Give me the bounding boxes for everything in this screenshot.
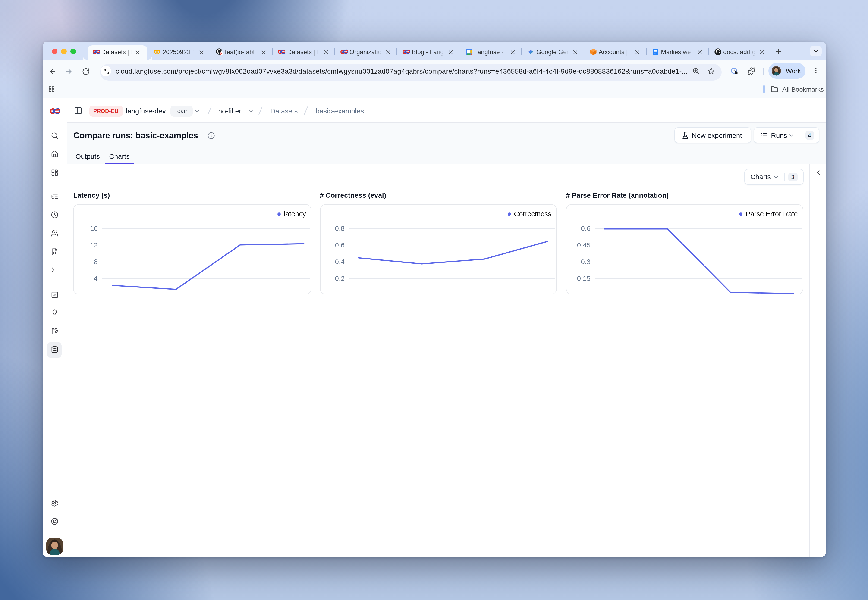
svg-text:0.6: 0.6 [335,241,344,248]
svg-text:4: 4 [94,274,98,282]
svg-text:0.8: 0.8 [335,224,344,232]
svg-text:0.2: 0.2 [335,274,344,282]
svg-text:0.15: 0.15 [577,274,590,282]
svg-text:12: 12 [90,241,98,248]
svg-text:0.6: 0.6 [581,224,590,232]
svg-text:6: 6 [467,50,469,54]
svg-text:0.4: 0.4 [335,258,344,265]
svg-text:0.45: 0.45 [577,241,590,248]
svg-text:16: 16 [90,224,98,232]
svg-text:8: 8 [94,258,98,265]
svg-text:0.3: 0.3 [581,258,590,265]
